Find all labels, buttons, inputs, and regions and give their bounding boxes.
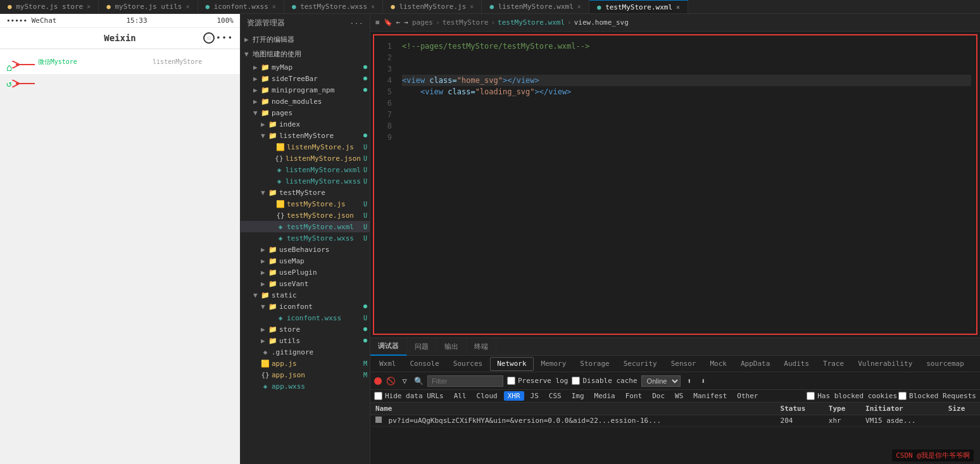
- subtab-memory[interactable]: Memory: [535, 357, 573, 371]
- tree-item-utils[interactable]: ▶ 📁 utils: [241, 335, 370, 346]
- col-type[interactable]: Type: [824, 403, 860, 415]
- tree-item-mymap[interactable]: ▶ 📁 myMap: [241, 61, 370, 73]
- tree-item-listenmystore-js[interactable]: 🟨 listenMyStore.js U: [241, 141, 370, 153]
- tree-item-pages[interactable]: ▼ 📁 pages: [241, 107, 370, 118]
- tree-item-testmystore[interactable]: ▼ 📁 testMyStore: [241, 187, 370, 198]
- open-editors-section[interactable]: ▶ 打开的编辑器: [241, 32, 370, 47]
- tree-item-testmystore-wxml[interactable]: ◈ testMyStore.wxml U: [241, 221, 370, 232]
- subtab-trace[interactable]: Trace: [817, 357, 850, 371]
- filter-css[interactable]: CSS: [545, 391, 565, 401]
- devtools-tab-debugger[interactable]: 调试器: [370, 338, 407, 356]
- subtab-appdata[interactable]: AppData: [734, 357, 776, 371]
- breadcrumb-symbol[interactable]: view.home_svg: [574, 18, 629, 27]
- filter-js[interactable]: JS: [527, 391, 543, 401]
- subtab-sources[interactable]: Sources: [447, 357, 489, 371]
- tree-item-app-wxss[interactable]: ◈ app.wxss: [241, 380, 370, 392]
- tab-iconfont-wxss[interactable]: ● iconfont.wxss ×: [198, 0, 284, 14]
- tab-testmystore-wxml[interactable]: ● testMyStore.wxml ×: [589, 0, 688, 14]
- tree-item-listenmystore[interactable]: ▼ 📁 listenMyStore: [241, 130, 370, 141]
- back-icon[interactable]: ←: [396, 18, 401, 27]
- devtools-tab-problems[interactable]: 问题: [407, 338, 437, 356]
- breadcrumb-testmystore[interactable]: testMyStore: [443, 18, 489, 27]
- subtab-security[interactable]: Security: [617, 357, 663, 371]
- tab-mystore-js-store[interactable]: ● myStore.js store ×: [0, 0, 99, 14]
- devtools-tab-output[interactable]: 输出: [437, 338, 467, 356]
- tree-item-usemap[interactable]: ▶ 📁 useMap: [241, 255, 370, 266]
- tab-listenmystore-wxml[interactable]: ● listenMyStore.wxml ×: [482, 0, 589, 14]
- tree-item-listenmystore-json[interactable]: {} listenMyStore.json U: [241, 153, 370, 164]
- tree-item-sidetreebar[interactable]: ▶ 📁 sideTreeBar: [241, 73, 370, 84]
- tree-item-listenmystore-wxml[interactable]: ◈ listenMyStore.wxml U: [241, 164, 370, 175]
- col-status[interactable]: Status: [776, 403, 824, 415]
- subtab-network[interactable]: Network: [490, 357, 533, 371]
- tree-item-usevant[interactable]: ▶ 📁 useVant: [241, 278, 370, 289]
- tab-testmystore-wxss[interactable]: ● testMyStore.wxss ×: [284, 0, 383, 14]
- filter-icon[interactable]: ▽: [399, 376, 410, 386]
- subtab-vulnerability[interactable]: Vulnerability: [851, 357, 919, 371]
- tree-item-testmystore-json[interactable]: {} testMyStore.json U: [241, 210, 370, 221]
- forward-icon[interactable]: →: [404, 18, 408, 27]
- subtab-sensor[interactable]: Sensor: [665, 357, 703, 371]
- code-editor[interactable]: 1 2 3 4 5 6 7 8 9 <!--pages/testMyStore/…: [373, 34, 977, 335]
- menu-icon[interactable]: ≡: [375, 18, 380, 27]
- tree-item-miniprogram-npm[interactable]: ▶ 📁 miniprogram_npm: [241, 84, 370, 96]
- preserve-log-checkbox[interactable]: Preserve log: [507, 377, 568, 385]
- tree-item-index[interactable]: ▶ 📁 index: [241, 118, 370, 130]
- map-project-section[interactable]: ▼ 地图组建的使用: [241, 47, 370, 61]
- tree-item-iconfont-wxss[interactable]: ◈ iconfont.wxss U: [241, 312, 370, 323]
- subtab-storage[interactable]: Storage: [574, 357, 615, 371]
- tree-item-usebehaviors[interactable]: ▶ 📁 useBehaviors: [241, 244, 370, 255]
- tab-mystore-js-utils[interactable]: ● myStore.js utils ×: [99, 0, 198, 14]
- subtab-audits[interactable]: Audits: [777, 357, 815, 371]
- phone-tab-listenmystore[interactable]: listenMyStore: [153, 58, 202, 65]
- has-blocked-cookies-checkbox[interactable]: Has blocked cookies: [807, 392, 897, 400]
- col-name[interactable]: Name: [370, 403, 776, 415]
- tree-item-useplugin[interactable]: ▶ 📁 usePlugin: [241, 266, 370, 278]
- upload-icon[interactable]: ⬆: [684, 376, 694, 386]
- tree-item-store[interactable]: ▶ 📁 store: [241, 323, 370, 335]
- record-button[interactable]: [374, 377, 382, 385]
- download-icon[interactable]: ⬇: [698, 376, 708, 386]
- filter-media[interactable]: Media: [591, 391, 619, 401]
- tree-item-node-modules[interactable]: ▶ 📁 node_modules: [241, 96, 370, 107]
- filter-doc[interactable]: Doc: [648, 391, 669, 401]
- throttle-select[interactable]: Online: [641, 375, 681, 387]
- filter-manifest[interactable]: Manifest: [689, 391, 731, 401]
- blocked-requests-checkbox[interactable]: Blocked Requests: [898, 392, 976, 400]
- col-initiator[interactable]: Initiator: [860, 403, 943, 415]
- filter-ws[interactable]: WS: [671, 391, 687, 401]
- phone-battery: 100%: [217, 16, 234, 25]
- filter-other[interactable]: Other: [733, 391, 762, 401]
- filter-cloud[interactable]: Cloud: [473, 391, 501, 401]
- code-content[interactable]: <!--pages/testMyStore/testMyStore.wxml--…: [397, 35, 976, 334]
- tab-listenmystore-js[interactable]: ● listenMyStore.js ×: [383, 0, 482, 14]
- network-row-0[interactable]: pv?id=uAQgKbqsLzCXiFkHYA&uin=&version=0.…: [370, 415, 980, 427]
- tree-item-listenmystore-wxss[interactable]: ◈ listenMyStore.wxss U: [241, 175, 370, 187]
- filter-input[interactable]: [427, 375, 503, 387]
- subtab-sourcemap[interactable]: sourcemap: [920, 357, 971, 371]
- filter-xhr[interactable]: XHR: [504, 391, 524, 401]
- filter-all[interactable]: All: [450, 391, 470, 401]
- tree-item-testmystore-js[interactable]: 🟨 testMyStore.js U: [241, 198, 370, 210]
- search-icon[interactable]: 🔍: [413, 376, 424, 386]
- subtab-mock[interactable]: Mock: [703, 357, 733, 371]
- tree-item-app-js[interactable]: 🟨 app.js M: [241, 358, 370, 369]
- bookmark-icon[interactable]: 🔖: [384, 18, 393, 27]
- tree-item-app-json[interactable]: {} app.json M: [241, 369, 370, 380]
- devtools-tab-terminal[interactable]: 终端: [467, 338, 496, 356]
- hide-data-urls-checkbox[interactable]: Hide data URLs: [374, 392, 444, 400]
- subtab-console[interactable]: Console: [404, 357, 446, 371]
- tree-item-static[interactable]: ▼ 📁 static: [241, 289, 370, 301]
- tree-item-testmystore-wxss[interactable]: ◈ testMyStore.wxss U: [241, 232, 370, 244]
- tree-item-gitignore[interactable]: ◆ .gitignore: [241, 346, 370, 358]
- breadcrumb-pages[interactable]: pages: [412, 18, 433, 27]
- tree-item-iconfont[interactable]: ▼ 📁 iconfont: [241, 301, 370, 312]
- breadcrumb-file[interactable]: testMyStore.wxml: [498, 18, 565, 27]
- subtab-wxml[interactable]: Wxml: [373, 357, 403, 371]
- filter-img[interactable]: Img: [568, 391, 588, 401]
- stop-button[interactable]: 🚫: [386, 376, 396, 386]
- filter-font[interactable]: Font: [622, 391, 646, 401]
- disable-cache-checkbox[interactable]: Disable cache: [572, 377, 637, 385]
- col-size[interactable]: Size: [943, 403, 980, 415]
- more-icon[interactable]: ···: [349, 19, 363, 28]
